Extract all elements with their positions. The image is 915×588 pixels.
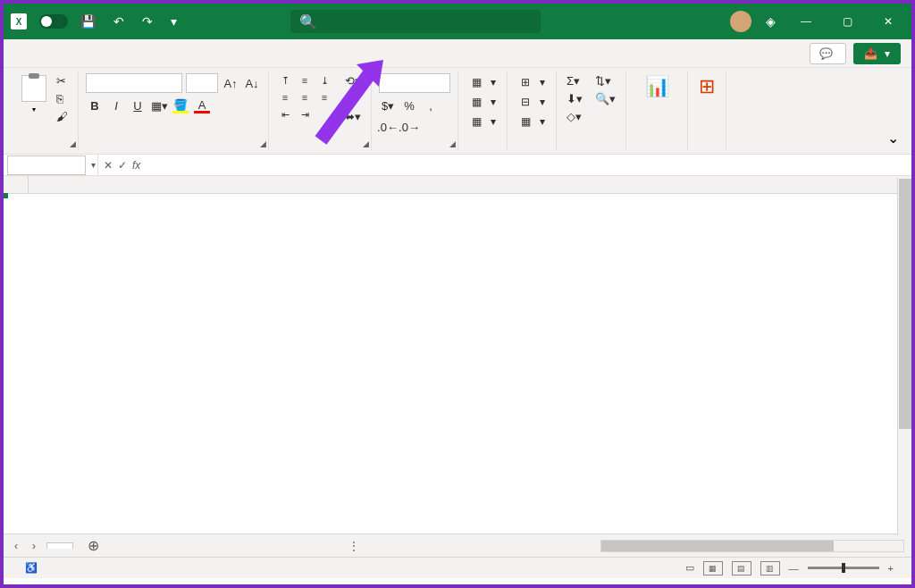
font-name-select[interactable]	[86, 73, 182, 93]
copy-icon[interactable]: ⎘	[54, 91, 71, 106]
format-painter-icon[interactable]: 🖌	[54, 109, 71, 124]
align-bottom-icon[interactable]: ⤓	[315, 73, 333, 88]
collapse-ribbon-icon[interactable]: ⌄	[882, 126, 904, 150]
clipboard-group-label	[18, 148, 71, 150]
formula-bar: ▾ ✕ ✓ fx	[4, 155, 911, 176]
autosum-icon[interactable]: Σ▾	[564, 73, 585, 88]
fill-icon[interactable]: ⬇▾	[564, 91, 585, 106]
increase-font-icon[interactable]: A↑	[222, 74, 239, 92]
wrap-text-icon[interactable]: ↩	[342, 91, 364, 106]
undo-icon[interactable]: ↶	[108, 11, 130, 32]
alignment-group-label	[276, 148, 364, 150]
comments-button[interactable]: 💬	[810, 43, 846, 64]
name-box-dropdown-icon[interactable]: ▾	[89, 160, 97, 170]
orientation-icon[interactable]: ⟲▾	[342, 73, 364, 88]
vertical-scrollbar[interactable]	[897, 178, 911, 535]
diamond-icon[interactable]: ◈	[760, 11, 781, 32]
align-middle-icon[interactable]: ≡	[296, 73, 314, 88]
accessibility-status[interactable]: ♿	[25, 562, 38, 574]
group-cells: ⊞ ▾ ⊟ ▾ ▦ ▾	[508, 71, 557, 150]
increase-indent-icon[interactable]: ⇥	[296, 107, 314, 122]
decrease-decimal-icon[interactable]: .0→	[400, 118, 418, 136]
align-top-icon[interactable]: ⤒	[276, 73, 294, 88]
merge-icon[interactable]: ⬌▾	[342, 109, 364, 124]
group-alignment: ⤒≡⤓ ≡≡≡ ⇤⇥ ⟲▾ ↩ ⬌▾ ◢	[269, 71, 372, 150]
autosave-toggle[interactable]	[34, 14, 68, 29]
formula-input[interactable]	[146, 155, 911, 175]
save-icon[interactable]: 💾	[75, 11, 101, 32]
select-all-corner[interactable]	[4, 176, 29, 193]
delete-cells-button[interactable]: ⊟ ▾	[515, 93, 549, 111]
normal-view-icon[interactable]: ▦	[703, 561, 723, 575]
zoom-in-button[interactable]: +	[888, 563, 894, 574]
zoom-out-button[interactable]: —	[789, 563, 799, 574]
clear-icon[interactable]: ◇▾	[564, 109, 585, 124]
percent-icon[interactable]: %	[400, 97, 418, 114]
search-input[interactable]	[324, 15, 532, 29]
decrease-font-icon[interactable]: A↓	[243, 74, 261, 92]
redo-icon[interactable]: ↷	[137, 11, 158, 32]
enter-formula-icon[interactable]: ✓	[118, 159, 127, 172]
fx-icon[interactable]: fx	[132, 159, 140, 172]
horizontal-scrollbar[interactable]	[600, 540, 904, 552]
cell-styles-button[interactable]: ▦ ▾	[466, 113, 499, 130]
sheet-options-icon[interactable]: ⋮	[348, 540, 359, 552]
sheet-nav-prev-icon[interactable]: ‹	[11, 538, 21, 554]
comma-icon[interactable]: ,	[422, 97, 440, 114]
addins-button[interactable]: ⊞	[695, 73, 718, 102]
cut-icon[interactable]: ✂	[54, 73, 71, 88]
increase-decimal-icon[interactable]: .0←	[379, 118, 397, 136]
page-layout-view-icon[interactable]: ▤	[732, 561, 751, 575]
font-launcher-icon[interactable]: ◢	[260, 139, 266, 148]
italic-button[interactable]: I	[107, 97, 125, 114]
minimize-button[interactable]: —	[790, 8, 822, 35]
close-button[interactable]: ✕	[872, 8, 904, 35]
align-right-icon[interactable]: ≡	[315, 90, 333, 105]
bold-button[interactable]: B	[86, 97, 104, 114]
share-button[interactable]: 📤 ▾	[853, 43, 901, 64]
sheet-nav-next-icon[interactable]: ›	[29, 538, 39, 554]
sort-filter-icon[interactable]: ⇅▾	[592, 73, 618, 88]
format-as-table-button[interactable]: ▦ ▾	[466, 93, 499, 111]
sheet-tab[interactable]	[46, 542, 73, 549]
conditional-formatting-button[interactable]: ▦ ▾	[466, 73, 499, 91]
page-break-view-icon[interactable]: ▥	[760, 561, 780, 575]
add-sheet-button[interactable]: ⊕	[80, 537, 106, 554]
font-size-select[interactable]	[186, 73, 218, 93]
find-select-icon[interactable]: 🔍▾	[592, 91, 618, 106]
currency-icon[interactable]: $▾	[379, 97, 397, 114]
border-button[interactable]: ▦▾	[150, 97, 168, 114]
font-color-button[interactable]: A	[193, 97, 211, 114]
sheet-tab-bar: ‹ › ⊕ ⋮	[4, 533, 911, 557]
analyze-data-button[interactable]: 📊	[634, 73, 680, 102]
number-format-select[interactable]	[379, 73, 450, 93]
addins-group-label	[695, 148, 718, 150]
zoom-slider[interactable]	[808, 567, 879, 569]
insert-cells-button[interactable]: ⊞ ▾	[515, 73, 549, 91]
fill-color-button[interactable]: 🪣	[172, 97, 189, 114]
name-box[interactable]	[7, 155, 86, 175]
display-settings-button[interactable]: ▭	[685, 562, 694, 574]
paste-button[interactable]: ▾	[18, 73, 50, 115]
spreadsheet-grid[interactable]	[4, 176, 911, 533]
cancel-formula-icon[interactable]: ✕	[104, 159, 113, 172]
maximize-button[interactable]: ▢	[831, 8, 863, 35]
group-font: A↑ A↓ B I U ▦▾ 🪣 A ◢	[79, 71, 269, 150]
align-left-icon[interactable]: ≡	[276, 90, 294, 105]
qat-dropdown-icon[interactable]: ▾	[165, 11, 182, 32]
group-editing: Σ▾⬇▾◇▾ ⇅▾🔍▾	[557, 71, 626, 150]
ribbon: ▾ ✂ ⎘ 🖌 ◢ A↑ A↓ B I U ▦▾ 🪣 A	[4, 68, 911, 155]
alignment-launcher-icon[interactable]: ◢	[363, 139, 369, 148]
format-cells-button[interactable]: ▦ ▾	[515, 113, 549, 130]
underline-button[interactable]: U	[129, 97, 147, 114]
search-box[interactable]: 🔍	[290, 10, 541, 33]
clipboard-launcher-icon[interactable]: ◢	[70, 139, 76, 148]
align-center-icon[interactable]: ≡	[296, 90, 314, 105]
group-addins: ⊞	[688, 71, 726, 150]
number-group-label	[379, 148, 450, 150]
group-number: $▾ % , .0← .0→ ◢	[372, 71, 458, 150]
number-launcher-icon[interactable]: ◢	[449, 139, 456, 148]
user-avatar-icon[interactable]	[730, 11, 751, 32]
group-clipboard: ▾ ✂ ⎘ 🖌 ◢	[11, 71, 79, 150]
decrease-indent-icon[interactable]: ⇤	[276, 107, 294, 122]
